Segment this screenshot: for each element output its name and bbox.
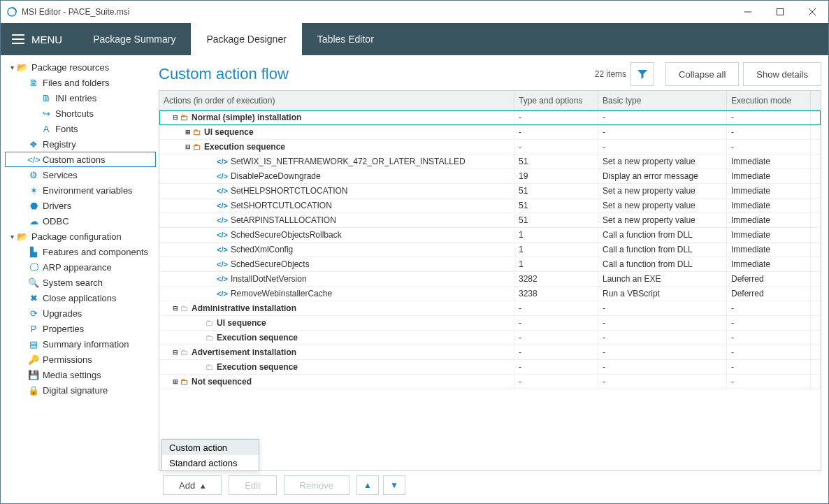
sidebar-item-label: Shortcuts [55, 108, 94, 119]
table-row[interactable]: </>SetWIX_IS_NETFRAMEWORK_472_OR_LATER_I… [159, 154, 821, 169]
table-row[interactable]: </>SchedSecureObjects1Call a function fr… [159, 257, 821, 272]
row-label: SetARPINSTALLLOCATION [231, 215, 336, 225]
lock-icon: 🔒 [27, 385, 40, 396]
table-row[interactable]: </>RemoveWebinstallerCache3238Run a VBSc… [159, 287, 821, 301]
popup-item-custom-action[interactable]: Custom action [162, 440, 259, 455]
cell: 51 [514, 199, 598, 213]
close-button[interactable] [796, 1, 828, 23]
table-row[interactable]: </>SetSHORTCUTLOCATION51Set a new proper… [159, 199, 821, 213]
popup-item-standard-actions[interactable]: Standard actions [162, 455, 259, 470]
sidebar-item-odbc[interactable]: ☁ODBC [5, 213, 156, 229]
col-header-type[interactable]: Type and options [514, 91, 598, 110]
table-row[interactable]: ⊟🗀Execution sequence--- [159, 140, 821, 154]
tab-package-summary[interactable]: Package Summary [78, 23, 191, 55]
sidebar-item-system-search[interactable]: 🔍System search [5, 275, 156, 290]
sidebar-item-ini-entries[interactable]: 🗎INI entries [5, 90, 156, 106]
table-row[interactable]: ⊟🗀Advertisement installation--- [159, 345, 821, 360]
tab-package-designer[interactable]: Package Designer [191, 23, 301, 55]
sidebar-item-label: Custom actions [43, 154, 106, 165]
row-label: Administrative installation [192, 303, 296, 313]
table-row[interactable]: 🗀Execution sequence--- [159, 360, 821, 375]
sidebar-item-media-settings[interactable]: 💾Media settings [5, 367, 156, 382]
sidebar-item-upgrades[interactable]: ⟳Upgrades [5, 305, 156, 321]
sidebar-item-environment-variables[interactable]: ✶Environment variables [5, 182, 156, 198]
add-popup: Custom action Standard actions [161, 439, 259, 471]
sidebar-item-properties[interactable]: PProperties [5, 321, 156, 336]
sidebar-item-drivers[interactable]: ⬣Drivers [5, 198, 156, 213]
collapse-all-button[interactable]: Collapse all [665, 62, 739, 86]
table-row[interactable]: ⊞🗀Not sequenced--- [159, 375, 821, 389]
col-header-basic[interactable]: Basic type [598, 91, 727, 110]
table-row[interactable]: </>SetHELPSHORTCTLOCATION51Set a new pro… [159, 184, 821, 199]
cell: - [598, 345, 727, 359]
col-header-spacer [811, 91, 821, 110]
remove-button[interactable]: Remove [284, 475, 349, 495]
sidebar-item-close-applications[interactable]: ✖Close applications [5, 290, 156, 305]
show-details-button[interactable]: Show details [743, 62, 821, 86]
cell: - [727, 125, 811, 139]
expand-icon[interactable]: ⊟ [172, 114, 179, 121]
add-button[interactable]: Add▴ [163, 475, 222, 495]
sidebar-item-shortcuts[interactable]: ↪Shortcuts [5, 106, 156, 121]
col-header-actions[interactable]: Actions (in order of execution) [159, 91, 514, 110]
sidebar-item-files-and-folders[interactable]: 🗎Files and folders [5, 75, 156, 90]
table-row[interactable]: 🗀UI sequence--- [159, 316, 821, 331]
code-icon: </> [217, 187, 228, 195]
cell: - [727, 110, 811, 124]
filter-button[interactable] [630, 62, 654, 86]
edit-button[interactable]: Edit [229, 475, 276, 495]
cell: - [514, 125, 598, 139]
cell: - [514, 110, 598, 124]
sidebar-item-registry[interactable]: ❖Registry [5, 136, 156, 152]
expand-icon[interactable]: ⊟ [185, 143, 192, 150]
sidebar-item-package-configuration[interactable]: ▾📂Package configuration [5, 229, 156, 244]
expand-icon[interactable]: ⊟ [172, 305, 179, 312]
minimize-button[interactable] [732, 1, 764, 23]
sidebar-item-label: Features and components [43, 247, 148, 257]
sidebar-item-label: System search [43, 278, 103, 288]
table-row[interactable]: </>InstallDotNetVersion3282Launch an EXE… [159, 272, 821, 287]
tab-tables-editor[interactable]: Tables Editor [302, 23, 389, 55]
table-row[interactable]: ⊟🗀Administrative installation--- [159, 301, 821, 316]
expand-icon[interactable]: ⊟ [172, 349, 179, 356]
cell: Immediate [727, 213, 811, 227]
table-row[interactable]: </>DisablePaceDowngrade19Display an erro… [159, 169, 821, 184]
sidebar-item-features-and-components[interactable]: ▙Features and components [5, 244, 156, 259]
ini-icon: 🗎 [40, 93, 52, 103]
sidebar-item-summary-information[interactable]: ▤Summary information [5, 336, 156, 352]
table-row[interactable]: </>SchedSecureObjectsRollback1Call a fun… [159, 228, 821, 243]
sidebar-item-permissions[interactable]: 🔑Permissions [5, 352, 156, 367]
move-up-button[interactable]: ▲ [356, 475, 379, 495]
sidebar: ▾📂Package resources🗎Files and folders🗎IN… [1, 55, 156, 503]
table-row[interactable]: ⊟🗀Normal (simple) installation--- [159, 110, 821, 125]
sidebar-item-custom-actions[interactable]: </>Custom actions [5, 152, 156, 167]
cell: - [598, 301, 727, 315]
code-icon: </> [217, 231, 228, 239]
sidebar-item-arp-appearance[interactable]: 🖵ARP appearance [5, 259, 156, 275]
col-header-mode[interactable]: Execution mode [727, 91, 811, 110]
expand-icon[interactable]: ⊞ [172, 378, 179, 385]
sidebar-item-fonts[interactable]: AFonts [5, 121, 156, 136]
cell: 1 [514, 243, 598, 257]
maximize-button[interactable] [764, 1, 796, 23]
table-row[interactable]: 🗀Execution sequence--- [159, 331, 821, 345]
sidebar-item-label: Files and folders [43, 78, 109, 88]
sidebar-item-package-resources[interactable]: ▾📂Package resources [5, 59, 156, 75]
table-row[interactable]: ⊞🗀UI sequence--- [159, 125, 821, 140]
menu-button[interactable]: MENU [1, 23, 73, 55]
cell: Immediate [727, 243, 811, 257]
folder-icon: 🗀 [193, 142, 201, 152]
table-row[interactable]: </>SetARPINSTALLLOCATION51Set a new prop… [159, 213, 821, 228]
move-down-button[interactable]: ▼ [383, 475, 405, 495]
sidebar-item-services[interactable]: ⚙Services [5, 167, 156, 182]
expand-icon[interactable]: ⊞ [185, 129, 192, 136]
app-icon [6, 6, 17, 17]
cell: Set a new property value [598, 213, 727, 227]
table-row[interactable]: </>SchedXmlConfig1Call a function from D… [159, 243, 821, 257]
folder-icon: 🗀 [180, 303, 189, 313]
sidebar-item-digital-signature[interactable]: 🔒Digital signature [5, 382, 156, 398]
menu-label: MENU [31, 34, 62, 45]
media-icon: 💾 [27, 370, 40, 380]
cell: Call a function from DLL [598, 228, 727, 242]
cell: Immediate [727, 257, 811, 271]
